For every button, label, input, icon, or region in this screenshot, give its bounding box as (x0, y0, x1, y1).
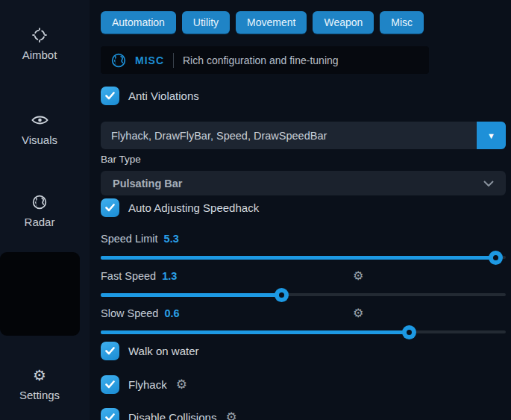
sidebar-item-misc-active[interactable]: • • • Misc (0, 252, 80, 336)
bar-multiselect-value: Flyhack, DrawFlyBar, Speed, DrawSpeedBar (101, 130, 327, 142)
speed-limit-label-row: Speed Limit 5.3 (101, 232, 506, 245)
section-title: MISC (135, 54, 164, 66)
eye-icon (31, 112, 48, 128)
gear-icon[interactable]: ⚙ (176, 378, 187, 391)
gear-icon[interactable]: ⚙ (353, 269, 363, 282)
tab-automation[interactable]: Automation (101, 11, 176, 34)
flyhack-label: Flyhack (128, 378, 167, 391)
tab-weapon[interactable]: Weapon (313, 11, 374, 34)
fast-speed-value: 1.3 (162, 270, 177, 282)
globe-icon (111, 53, 126, 68)
flyhack-row: Flyhack ⚙ (101, 375, 506, 394)
slider-fill (101, 330, 409, 334)
disable-collisions-checkbox[interactable] (101, 408, 119, 420)
sidebar-item-label: Aimbot (22, 48, 57, 61)
slider-fill (101, 256, 495, 260)
auto-adjusting-label: Auto Adjusting Speedhack (128, 201, 259, 214)
anti-violations-label: Anti Violations (128, 90, 199, 102)
bar-type-label: Bar Type (101, 154, 506, 165)
disable-collisions-label: Disable Collisions (128, 411, 216, 420)
gear-icon[interactable]: ⚙ (353, 307, 363, 319)
auto-adjusting-row: Auto Adjusting Speedhack (101, 198, 506, 217)
slow-speed-value: 0.6 (164, 307, 179, 319)
slow-speed-slider[interactable] (101, 325, 506, 339)
walk-on-water-checkbox[interactable] (101, 342, 119, 360)
walk-on-water-row: Walk on water (101, 342, 506, 360)
disable-collisions-row: Disable Collisions ⚙ (101, 408, 506, 420)
bar-type-select[interactable]: Pulsating Bar (101, 171, 506, 195)
main-panel: Automation Utility Movement Weapon Misc … (90, 0, 511, 420)
category-tabs: Automation Utility Movement Weapon Misc (101, 11, 506, 34)
fast-speed-label: Fast Speed (101, 270, 156, 282)
globe-icon (32, 194, 47, 210)
section-subtitle: Rich configuration and fine-tuning (183, 54, 339, 66)
fast-speed-slider[interactable] (101, 287, 506, 302)
walk-on-water-label: Walk on water (128, 345, 198, 357)
sidebar-item-radar[interactable]: Radar (0, 194, 79, 228)
tab-movement[interactable]: Movement (236, 11, 307, 34)
sidebar: Aimbot Visuals Radar • • • Misc ⚙ Settin… (0, 0, 90, 420)
chevron-down-icon (483, 181, 494, 187)
sidebar-item-label: Settings (19, 389, 60, 401)
divider (173, 53, 174, 68)
speed-limit-value: 5.3 (164, 233, 179, 245)
sidebar-item-label: Radar (25, 216, 55, 228)
bar-type-value: Pulsating Bar (113, 178, 182, 189)
auto-adjusting-checkbox[interactable] (101, 198, 119, 217)
tab-utility[interactable]: Utility (182, 11, 230, 34)
slow-speed-label-row: Slow Speed 0.6 ⚙ (101, 307, 506, 319)
anti-violations-row: Anti Violations (101, 87, 506, 105)
slider-handle[interactable] (275, 288, 289, 302)
crosshair-icon (31, 27, 48, 43)
anti-violations-checkbox[interactable] (101, 87, 119, 105)
section-header: MISC Rich configuration and fine-tuning (101, 46, 429, 74)
tab-misc[interactable]: Misc (380, 11, 424, 34)
gear-icon: ⚙ (33, 367, 46, 383)
slider-handle[interactable] (489, 251, 503, 265)
sidebar-item-settings[interactable]: ⚙ Settings (0, 367, 79, 401)
flyhack-checkbox[interactable] (101, 375, 119, 394)
slider-fill (101, 293, 281, 297)
slider-handle[interactable] (402, 325, 416, 339)
sidebar-item-label: Visuals (22, 134, 57, 146)
sidebar-item-aimbot[interactable]: Aimbot (0, 27, 79, 61)
speed-limit-label: Speed Limit (101, 233, 158, 245)
fast-speed-label-row: Fast Speed 1.3 ⚙ (101, 269, 506, 282)
speed-limit-slider[interactable] (101, 250, 506, 265)
sidebar-item-visuals[interactable]: Visuals (0, 112, 79, 146)
bar-multiselect[interactable]: Flyhack, DrawFlyBar, Speed, DrawSpeedBar… (101, 122, 506, 149)
dropdown-arrow-button[interactable]: ▼ (477, 122, 506, 149)
gear-icon[interactable]: ⚙ (225, 411, 236, 420)
slow-speed-label: Slow Speed (101, 307, 158, 319)
